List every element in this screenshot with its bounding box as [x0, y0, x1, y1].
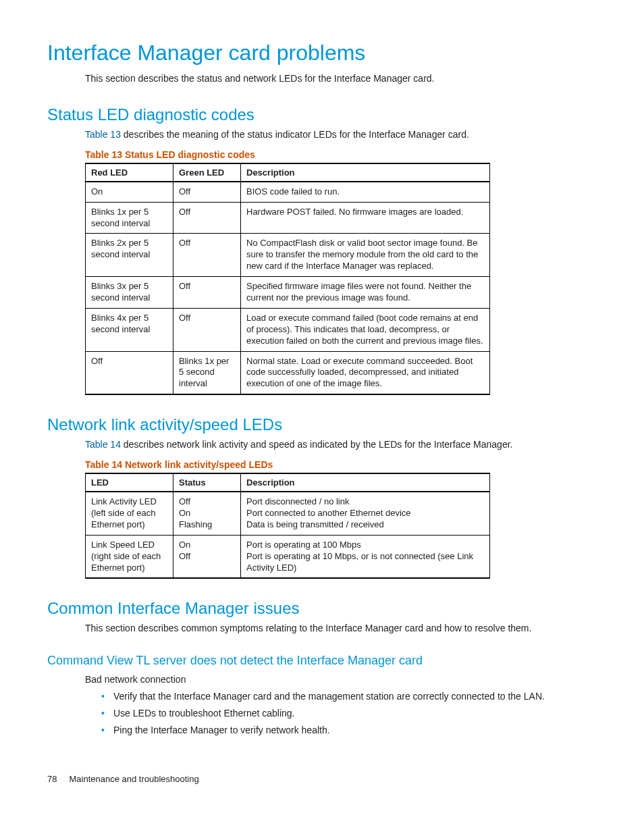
cell: Port disconnected / no linkPort connecte… [241, 492, 490, 535]
th-status: Status [173, 473, 241, 492]
table13-caption: Table 13 Status LED diagnostic codes [85, 149, 597, 160]
cell: Load or execute command failed (boot cod… [241, 308, 490, 351]
list-item: Ping the Interface Manager to verify net… [101, 724, 597, 737]
page-title: Interface Manager card problems [47, 41, 597, 66]
table-row: Blinks 4x per 5 second interval Off Load… [86, 308, 490, 351]
cell: OffOnFlashing [173, 492, 241, 535]
status-led-lead-text: describes the meaning of the status indi… [121, 129, 469, 140]
cell: Port is operating at 100 MbpsPort is ope… [241, 535, 490, 578]
subsection-cvtl-not-detect: Command View TL server does not detect t… [47, 654, 597, 668]
th-led: LED [86, 473, 173, 492]
cell: Hardware POST failed. No firmware images… [241, 202, 490, 234]
page-footer: 78Maintenance and troubleshooting [47, 774, 597, 784]
status-led-lead: Table 13 describes the meaning of the st… [85, 128, 597, 141]
th-description: Description [241, 473, 490, 492]
cell: No CompactFlash disk or valid boot secto… [241, 234, 490, 277]
list-item: Use LEDs to troubleshoot Ethernet cablin… [101, 707, 597, 720]
table-row: Link Activity LED (left side of each Eth… [86, 492, 490, 535]
cell: Off [173, 202, 241, 234]
table-row: Blinks 3x per 5 second interval Off Spec… [86, 277, 490, 309]
cell: BIOS code failed to run. [241, 182, 490, 202]
section-status-led: Status LED diagnostic codes [47, 105, 597, 124]
table-row: Off Blinks 1x per 5 second interval Norm… [86, 351, 490, 394]
troubleshoot-list: Verify that the Interface Manager card a… [101, 690, 597, 737]
table14: LED Status Description Link Activity LED… [85, 473, 490, 579]
section-network-leds: Network link activity/speed LEDs [47, 415, 597, 434]
cell: Blinks 3x per 5 second interval [86, 277, 173, 309]
network-led-lead: Table 14 describes network link activity… [85, 438, 597, 451]
common-issues-body: This section describes common symptoms r… [85, 622, 597, 635]
cell: Off [86, 351, 173, 394]
cell: Off [173, 234, 241, 277]
list-item: Verify that the Interface Manager card a… [101, 690, 597, 703]
cell: Link Speed LED (right side of each Ether… [86, 535, 173, 578]
table-row: Blinks 2x per 5 second interval Off No C… [86, 234, 490, 277]
table13-link[interactable]: Table 13 [85, 129, 121, 140]
th-description: Description [241, 163, 490, 182]
table-header-row: LED Status Description [86, 473, 490, 492]
network-led-lead-text: describes network link activity and spee… [121, 439, 513, 450]
table-row: Blinks 1x per 5 second interval Off Hard… [86, 202, 490, 234]
table13: Red LED Green LED Description On Off BIO… [85, 163, 490, 395]
cell: OnOff [173, 535, 241, 578]
cell: Off [173, 308, 241, 351]
bad-connection-label: Bad network connection [85, 673, 597, 686]
cell: Specified firmware image files were not … [241, 277, 490, 309]
cell: Blinks 2x per 5 second interval [86, 234, 173, 277]
th-red-led: Red LED [86, 163, 173, 182]
table14-link[interactable]: Table 14 [85, 439, 121, 450]
table14-caption: Table 14 Network link activity/speed LED… [85, 459, 597, 470]
page-number: 78 [47, 774, 57, 784]
cell: Off [173, 277, 241, 309]
cell: Off [173, 182, 241, 202]
intro-paragraph: This section describes the status and ne… [85, 72, 597, 85]
th-green-led: Green LED [173, 163, 241, 182]
cell: Blinks 4x per 5 second interval [86, 308, 173, 351]
cell: Blinks 1x per 5 second interval [173, 351, 241, 394]
section-common-issues: Common Interface Manager issues [47, 599, 597, 618]
table-row: On Off BIOS code failed to run. [86, 182, 490, 202]
cell: Normal state. Load or execute command su… [241, 351, 490, 394]
table-header-row: Red LED Green LED Description [86, 163, 490, 182]
footer-section: Maintenance and troubleshooting [69, 774, 198, 784]
cell: Blinks 1x per 5 second interval [86, 202, 173, 234]
cell: On [86, 182, 173, 202]
table-row: Link Speed LED (right side of each Ether… [86, 535, 490, 578]
cell: Link Activity LED (left side of each Eth… [86, 492, 173, 535]
